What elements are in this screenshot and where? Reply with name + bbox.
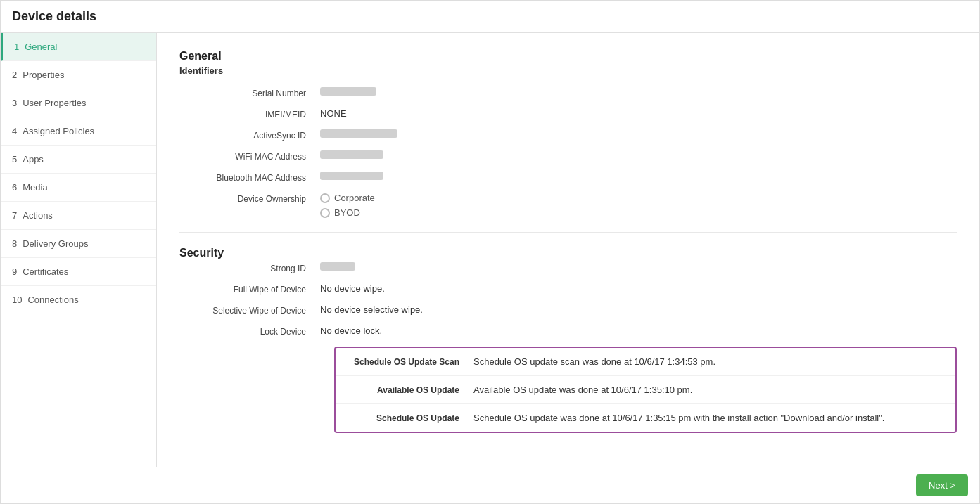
radio-label-byod: BYOD	[334, 207, 360, 218]
highlight-row-0: Schedule OS Update Scan Schedule OS upda…	[336, 348, 955, 376]
main-content: General Identifiers Serial Number IMEI/M…	[157, 33, 979, 467]
sidebar-num-2: 2	[12, 70, 17, 80]
strong-id-bar	[320, 262, 355, 271]
sidebar-label-9: Certificates	[23, 266, 68, 277]
highlight-label-0: Schedule OS Update Scan	[347, 356, 473, 367]
highlight-value-1: Available OS update was done at 10/6/17 …	[473, 385, 944, 395]
highlight-label-2: Schedule OS Update	[347, 413, 473, 423]
sidebar-label-5: Apps	[23, 154, 44, 164]
sidebar-label-2: Properties	[23, 70, 64, 80]
sidebar-num-5: 5	[12, 154, 17, 164]
sidebar-item-actions[interactable]: 7 Actions	[1, 202, 156, 230]
sidebar-num-9: 9	[12, 266, 17, 277]
wifi-label: WiFi MAC Address	[179, 150, 320, 162]
wifi-bar	[320, 150, 383, 159]
wifi-value	[320, 150, 957, 161]
highlight-label-1: Available OS Update	[347, 385, 473, 395]
sidebar-item-media[interactable]: 6 Media	[1, 174, 156, 202]
full-wipe-row: Full Wipe of Device No device wipe.	[179, 283, 957, 295]
sidebar: 1 General 2 Properties 3 User Properties…	[1, 33, 157, 467]
sidebar-item-general[interactable]: 1 General	[1, 33, 156, 61]
highlight-row-1: Available OS Update Available OS update …	[336, 376, 955, 404]
sidebar-item-assigned-policies[interactable]: 4 Assigned Policies	[1, 117, 156, 146]
activesync-bar	[320, 129, 397, 138]
selective-wipe-label: Selective Wipe of Device	[179, 304, 320, 316]
ownership-radio-group: Corporate BYOD	[320, 193, 957, 218]
sidebar-num-4: 4	[12, 126, 17, 136]
imei-value: NONE	[320, 108, 957, 119]
strong-id-label: Strong ID	[179, 262, 320, 273]
radio-circle-byod	[320, 208, 330, 218]
bluetooth-bar	[320, 172, 383, 180]
page-wrapper: Device details 1 General 2 Properties 3 …	[0, 0, 980, 504]
general-section: General Identifiers Serial Number IMEI/M…	[179, 50, 957, 218]
activesync-label: ActiveSync ID	[179, 129, 320, 141]
page-title: Device details	[12, 9, 968, 24]
lock-device-label: Lock Device	[179, 325, 320, 337]
section-security-title: Security	[179, 247, 957, 259]
sidebar-num-10: 10	[12, 295, 22, 305]
serial-number-row: Serial Number	[179, 87, 957, 98]
ownership-row: Device Ownership Corporate BYOD	[179, 193, 957, 218]
wifi-row: WiFi MAC Address	[179, 150, 957, 162]
bluetooth-value	[320, 172, 957, 182]
sidebar-num-3: 3	[12, 98, 17, 108]
highlight-value-2: Schedule OS update was done at 10/6/17 1…	[473, 413, 944, 423]
sidebar-item-user-properties[interactable]: 3 User Properties	[1, 89, 156, 117]
bluetooth-row: Bluetooth MAC Address	[179, 172, 957, 183]
radio-circle-corporate	[320, 193, 330, 203]
serial-number-label: Serial Number	[179, 87, 320, 98]
selective-wipe-value: No device selective wipe.	[320, 304, 957, 315]
sidebar-label-6: Media	[23, 182, 47, 193]
sidebar-num-7: 7	[12, 210, 17, 221]
activesync-row: ActiveSync ID	[179, 129, 957, 141]
sidebar-label-8: Delivery Groups	[23, 238, 88, 249]
full-wipe-label: Full Wipe of Device	[179, 283, 320, 295]
imei-row: IMEI/MEID NONE	[179, 108, 957, 119]
ownership-value: Corporate BYOD	[320, 193, 957, 218]
next-button[interactable]: Next >	[916, 474, 968, 496]
sidebar-num-6: 6	[12, 182, 17, 193]
imei-label: IMEI/MEID	[179, 108, 320, 119]
full-wipe-value: No device wipe.	[320, 283, 957, 294]
sidebar-label-1: General	[25, 41, 57, 52]
radio-label-corporate: Corporate	[334, 193, 375, 203]
sidebar-item-certificates[interactable]: 9 Certificates	[1, 258, 156, 286]
section-identifiers-title: Identifiers	[179, 65, 957, 76]
selective-wipe-row: Selective Wipe of Device No device selec…	[179, 304, 957, 316]
sidebar-item-delivery-groups[interactable]: 8 Delivery Groups	[1, 230, 156, 258]
serial-number-value	[320, 87, 957, 98]
ownership-label: Device Ownership	[179, 193, 320, 204]
sidebar-label-4: Assigned Policies	[23, 126, 94, 136]
sidebar-label-10: Connections	[27, 295, 78, 305]
content-area: 1 General 2 Properties 3 User Properties…	[1, 33, 979, 467]
section-general-title: General	[179, 50, 957, 63]
sidebar-num-8: 8	[12, 238, 17, 249]
security-section: Security Strong ID Full Wipe of Device N…	[179, 247, 957, 433]
sidebar-num-1: 1	[14, 41, 19, 52]
lock-device-row: Lock Device No device lock.	[179, 325, 957, 337]
sidebar-label-3: User Properties	[23, 98, 86, 108]
footer: Next >	[1, 467, 979, 503]
activesync-value	[320, 129, 957, 140]
sidebar-item-connections[interactable]: 10 Connections	[1, 286, 156, 314]
highlight-value-0: Schedule OS update scan was done at 10/6…	[473, 356, 944, 367]
sidebar-item-properties[interactable]: 2 Properties	[1, 61, 156, 89]
radio-corporate[interactable]: Corporate	[320, 193, 957, 203]
strong-id-row: Strong ID	[179, 262, 957, 273]
sidebar-label-7: Actions	[23, 210, 53, 221]
highlight-box: Schedule OS Update Scan Schedule OS upda…	[334, 347, 957, 433]
lock-device-value: No device lock.	[320, 325, 957, 336]
sidebar-item-apps[interactable]: 5 Apps	[1, 146, 156, 174]
highlight-row-2: Schedule OS Update Schedule OS update wa…	[336, 404, 955, 432]
top-header: Device details	[1, 1, 979, 33]
section-divider	[179, 232, 957, 233]
strong-id-value	[320, 262, 957, 273]
bluetooth-label: Bluetooth MAC Address	[179, 172, 320, 183]
radio-byod[interactable]: BYOD	[320, 207, 957, 218]
serial-number-bar	[320, 87, 376, 96]
